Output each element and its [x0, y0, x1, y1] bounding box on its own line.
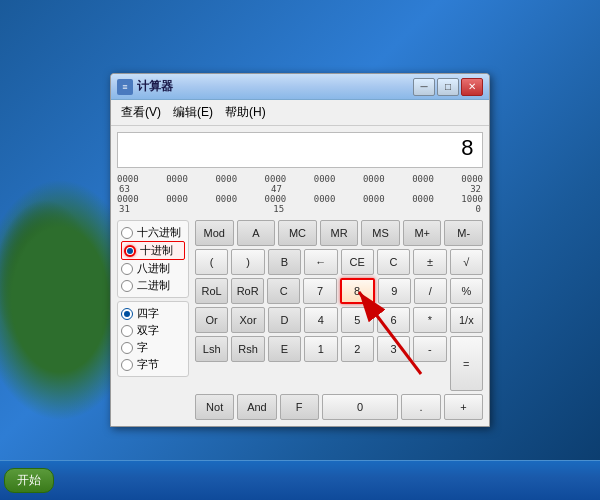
btn-divide[interactable]: /: [414, 278, 447, 304]
btn-hex-d[interactable]: D: [268, 307, 301, 333]
menu-bar: 查看(V) 编辑(E) 帮助(H): [111, 100, 489, 126]
btn-lparen[interactable]: (: [195, 249, 228, 275]
binary-row-2: 634732: [117, 184, 483, 194]
btn-a[interactable]: A: [237, 220, 276, 246]
btn-xor[interactable]: Xor: [231, 307, 264, 333]
btn-row-5: Lsh Rsh E 1 2 3 - =: [195, 336, 483, 391]
menu-help[interactable]: 帮助(H): [219, 102, 272, 123]
btn-row-4: Or Xor D 4 5 6 * 1/x: [195, 307, 483, 333]
window-title: 计算器: [137, 78, 413, 95]
radio-dec[interactable]: 十进制: [121, 241, 185, 260]
btn-reciprocal[interactable]: 1/x: [450, 307, 483, 333]
menu-edit[interactable]: 编辑(E): [167, 102, 219, 123]
btn-8[interactable]: 8: [340, 278, 375, 304]
btn-backspace[interactable]: ←: [304, 249, 337, 275]
btn-c[interactable]: C: [377, 249, 410, 275]
btn-subtract[interactable]: -: [413, 336, 446, 362]
radio-bin[interactable]: 二进制: [121, 277, 185, 294]
btn-1[interactable]: 1: [304, 336, 337, 362]
radio-word-indicator: [121, 342, 133, 354]
title-bar: ≡ 计算器 ─ □ ✕: [111, 74, 489, 100]
start-button[interactable]: 开始: [4, 468, 54, 493]
btn-row-1: Mod A MC MR MS M+ M-: [195, 220, 483, 246]
btn-multiply[interactable]: *: [413, 307, 446, 333]
calculator-window: ≡ 计算器 ─ □ ✕ 查看(V) 编辑(E) 帮助(H) 8 00000000…: [110, 73, 490, 427]
taskbar: 开始: [0, 460, 600, 500]
btn-decimal[interactable]: .: [401, 394, 440, 420]
binary-display: 00000000000000000000000000000000 634732 …: [117, 174, 483, 214]
btn-mminus[interactable]: M-: [444, 220, 483, 246]
radio-dword-label: 双字: [137, 323, 159, 338]
btn-row-3: RoL RoR C 7 8 9 / %: [195, 278, 483, 304]
btn-plusminus[interactable]: ±: [413, 249, 446, 275]
radio-qword[interactable]: 四字: [121, 305, 185, 322]
word-radio-group: 四字 双字 字 字节: [117, 301, 189, 377]
btn-ms[interactable]: MS: [361, 220, 400, 246]
left-panel: 十六进制 十进制 八进制 二进制 四字: [117, 220, 189, 420]
btn-b[interactable]: B: [268, 249, 301, 275]
base-radio-group: 十六进制 十进制 八进制 二进制: [117, 220, 189, 298]
radio-oct-label: 八进制: [137, 261, 170, 276]
btn-2[interactable]: 2: [341, 336, 374, 362]
btn-ror[interactable]: RoR: [231, 278, 264, 304]
btn-3[interactable]: 3: [377, 336, 410, 362]
btn-not[interactable]: Not: [195, 394, 234, 420]
radio-dword[interactable]: 双字: [121, 322, 185, 339]
display-value: 8: [126, 137, 474, 162]
btn-lsh[interactable]: Lsh: [195, 336, 228, 362]
btn-mr[interactable]: MR: [320, 220, 359, 246]
right-panel: Mod A MC MR MS M+ M- ( ) B ← CE C ± √: [195, 220, 483, 420]
btn-mod[interactable]: Mod: [195, 220, 234, 246]
btn-rparen[interactable]: ): [231, 249, 264, 275]
btn-rsh[interactable]: Rsh: [231, 336, 264, 362]
close-button[interactable]: ✕: [461, 78, 483, 96]
btn-add[interactable]: +: [444, 394, 483, 420]
btn-percent[interactable]: %: [450, 278, 483, 304]
radio-hex-label: 十六进制: [137, 225, 181, 240]
btn-mplus[interactable]: M+: [403, 220, 442, 246]
btn-row-2: ( ) B ← CE C ± √: [195, 249, 483, 275]
btn-9[interactable]: 9: [378, 278, 411, 304]
btn-rol[interactable]: RoL: [195, 278, 228, 304]
app-icon: ≡: [117, 79, 133, 95]
radio-hex[interactable]: 十六进制: [121, 224, 185, 241]
binary-row-1: 00000000000000000000000000000000: [117, 174, 483, 184]
btn-6[interactable]: 6: [377, 307, 410, 333]
btn-0[interactable]: 0: [322, 394, 399, 420]
radio-dec-label: 十进制: [140, 243, 173, 258]
radio-qword-indicator: [121, 308, 133, 320]
btn-or[interactable]: Or: [195, 307, 228, 333]
btn-ce[interactable]: CE: [341, 249, 374, 275]
radio-hex-indicator: [121, 227, 133, 239]
btn-hex-c[interactable]: C: [267, 278, 300, 304]
btn-sqrt[interactable]: √: [450, 249, 483, 275]
btn-5[interactable]: 5: [341, 307, 374, 333]
btn-hex-e[interactable]: E: [268, 336, 301, 362]
minimize-button[interactable]: ─: [413, 78, 435, 96]
window-controls: ─ □ ✕: [413, 78, 483, 96]
radio-dword-indicator: [121, 325, 133, 337]
radio-qword-label: 四字: [137, 306, 159, 321]
radio-bin-indicator: [121, 280, 133, 292]
radio-bin-label: 二进制: [137, 278, 170, 293]
maximize-button[interactable]: □: [437, 78, 459, 96]
btn-7[interactable]: 7: [303, 278, 336, 304]
btn-mc[interactable]: MC: [278, 220, 317, 246]
radio-word[interactable]: 字: [121, 339, 185, 356]
btn-equals[interactable]: =: [450, 336, 483, 391]
radio-oct-indicator: [121, 263, 133, 275]
radio-dec-indicator: [124, 245, 136, 257]
calc-body: 十六进制 十进制 八进制 二进制 四字: [111, 216, 489, 426]
btn-4[interactable]: 4: [304, 307, 337, 333]
menu-view[interactable]: 查看(V): [115, 102, 167, 123]
radio-byte[interactable]: 字节: [121, 356, 185, 373]
radio-byte-label: 字节: [137, 357, 159, 372]
radio-word-label: 字: [137, 340, 148, 355]
binary-row-4: 31150: [117, 204, 483, 214]
btn-and[interactable]: And: [237, 394, 276, 420]
btn-hex-f[interactable]: F: [280, 394, 319, 420]
radio-byte-indicator: [121, 359, 133, 371]
btn-row-6: Not And F 0 . +: [195, 394, 483, 420]
display-area: 8: [117, 132, 483, 168]
radio-oct[interactable]: 八进制: [121, 260, 185, 277]
